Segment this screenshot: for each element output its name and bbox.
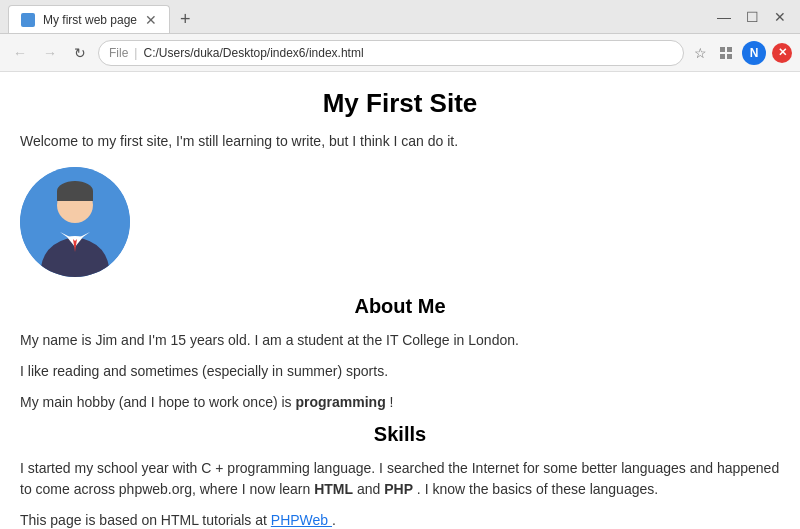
close-button[interactable]: ✕ (768, 5, 792, 29)
svg-rect-1 (727, 47, 732, 52)
tab-favicon (21, 13, 35, 27)
about-line-1: My name is Jim and I'm 15 years old. I a… (20, 330, 780, 351)
window-controls: — ☐ ✕ (704, 5, 792, 29)
hobby-prefix: My main hobby (and I hope to work once) … (20, 394, 295, 410)
skills-paragraph-2: This page is based on HTML tutorials at … (20, 510, 780, 529)
skills-text2-prefix: This page is based on HTML tutorials at (20, 512, 271, 528)
skills-heading: Skills (20, 423, 780, 446)
maximize-button[interactable]: ☐ (740, 5, 764, 29)
php-bold: PHP (384, 481, 413, 497)
minimize-button[interactable]: — (712, 5, 736, 29)
svg-rect-3 (727, 54, 732, 59)
browser-window: My first web page ✕ + — ☐ ✕ ← → ↻ File |… (0, 0, 800, 529)
tab-label: My first web page (43, 13, 137, 27)
browser-close-icon[interactable]: ✕ (772, 43, 792, 63)
svg-rect-2 (720, 54, 725, 59)
back-button[interactable]: ← (8, 41, 32, 65)
forward-button[interactable]: → (38, 41, 62, 65)
hobby-suffix: ! (386, 394, 394, 410)
svg-rect-7 (57, 191, 93, 201)
avatar-container (20, 167, 780, 277)
page-title: My First Site (20, 88, 780, 119)
svg-rect-0 (720, 47, 725, 52)
phpweb-link[interactable]: PHPWeb (271, 512, 332, 528)
tab-area: My first web page ✕ + (8, 0, 704, 33)
skills-and: and (353, 481, 384, 497)
url-bar[interactable]: File | C:/Users/duka/Desktop/index6/inde… (98, 40, 684, 66)
title-bar: My first web page ✕ + — ☐ ✕ (0, 0, 800, 34)
active-tab[interactable]: My first web page ✕ (8, 5, 170, 33)
profile-button[interactable]: N (742, 41, 766, 65)
tab-close-icon[interactable]: ✕ (145, 13, 157, 27)
hobby-bold: programming (295, 394, 385, 410)
skills-paragraph-1: I started my school year with C + progra… (20, 458, 780, 500)
intro-paragraph: Welcome to my first site, I'm still lear… (20, 133, 780, 149)
extensions-icon[interactable] (716, 43, 736, 63)
address-bar: ← → ↻ File | C:/Users/duka/Desktop/index… (0, 34, 800, 72)
url-text: C:/Users/duka/Desktop/index6/index.html (143, 46, 673, 60)
hobby-paragraph: My main hobby (and I hope to work once) … (20, 392, 780, 413)
html-bold: HTML (314, 481, 353, 497)
skills-text1-suffix: . I know the basics of these languages. (413, 481, 658, 497)
refresh-button[interactable]: ↻ (68, 41, 92, 65)
address-icons: ☆ N ✕ (690, 41, 792, 65)
about-line-2: I like reading and sometimes (especially… (20, 361, 780, 382)
page-content: My First Site Welcome to my first site, … (0, 72, 800, 529)
url-separator: | (134, 46, 137, 60)
file-label: File (109, 46, 128, 60)
bookmark-icon[interactable]: ☆ (690, 43, 710, 63)
avatar (20, 167, 130, 277)
skills-text2-suffix: . (332, 512, 336, 528)
about-heading: About Me (20, 295, 780, 318)
new-tab-button[interactable]: + (174, 5, 197, 33)
